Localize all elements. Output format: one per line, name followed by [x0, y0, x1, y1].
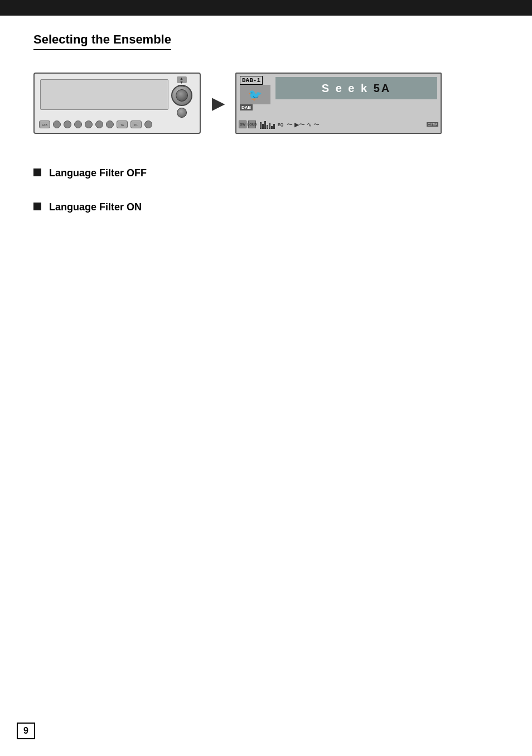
radio-knob-area: ▲▼ TUNE [166, 76, 197, 129]
loud-indicator: LOUD [248, 121, 256, 128]
page-title: Selecting the Ensemble [33, 32, 171, 50]
btn-1 [53, 121, 61, 128]
radio-display-area [40, 79, 168, 110]
btn-6 [106, 121, 114, 128]
small-knob [177, 108, 187, 118]
dab-badge: DAB [240, 104, 253, 110]
btn-3 [74, 121, 82, 128]
display-screen: DAB-1 🐦 S e e k 5A DAB SW LOUD [235, 73, 442, 134]
page-number: 9 [17, 723, 35, 739]
wave-icon-4: 〜 [313, 121, 320, 129]
dab-label-top: DAB-1 [240, 76, 263, 85]
eq-bar-group [260, 120, 275, 129]
btn-menu [144, 121, 152, 128]
btn-p1: P1 [130, 121, 142, 128]
btn-fab: FAB [39, 121, 50, 128]
inner-knob [176, 89, 188, 102]
bottom-status-bar: SW LOUD EQ 〜 ▶〜 ∿ [239, 118, 438, 131]
bullet-section-off: Language Filter OFF [33, 167, 499, 179]
seek-area: S e e k 5A [275, 77, 437, 99]
eq-bar-5 [269, 123, 270, 129]
top-bar [0, 0, 532, 16]
eq-bar-2 [262, 124, 264, 129]
eq-bar-4 [267, 125, 268, 129]
eq-label: EQ [278, 123, 283, 127]
diagram-section: ▲▼ TUNE FAB TA P1 ▶ [33, 73, 499, 134]
btn-4 [85, 121, 93, 128]
bullet-section-on: Language Filter ON [33, 201, 499, 213]
eq-bar-1 [260, 122, 262, 129]
bird-icon: 🐦 [248, 88, 262, 102]
radio-unit-diagram: ▲▼ TUNE FAB TA P1 [33, 73, 201, 134]
bullet-icon-on [33, 203, 41, 210]
cstm-badge: CSTM [427, 122, 438, 127]
dab-icon-area: 🐦 [240, 85, 270, 104]
btn-2 [64, 121, 71, 128]
main-knob [171, 85, 192, 106]
seek-text: S e e k 5A [322, 82, 391, 95]
eq-bar-7 [273, 124, 275, 129]
button-row: FAB TA P1 [39, 121, 152, 128]
eq-bar-6 [271, 126, 273, 129]
bullet-icon-off [33, 168, 41, 176]
arrow-icon: ▶ [212, 94, 224, 113]
eq-bar-3 [264, 121, 266, 129]
wave-icon-3: ∿ [307, 121, 312, 128]
top-button: ▲▼ TUNE [177, 76, 187, 83]
btn-5 [95, 121, 103, 128]
language-filter-on-label: Language Filter ON [49, 201, 142, 213]
wave-icon-2: ▶〜 [294, 121, 305, 129]
language-filter-off-label: Language Filter OFF [49, 167, 147, 179]
main-content: Selecting the Ensemble ▲▼ TUNE FAB [0, 16, 532, 258]
wave-icon-1: 〜 [287, 121, 293, 129]
sw-indicator: SW [239, 121, 246, 128]
btn-ta: TA [117, 121, 128, 128]
